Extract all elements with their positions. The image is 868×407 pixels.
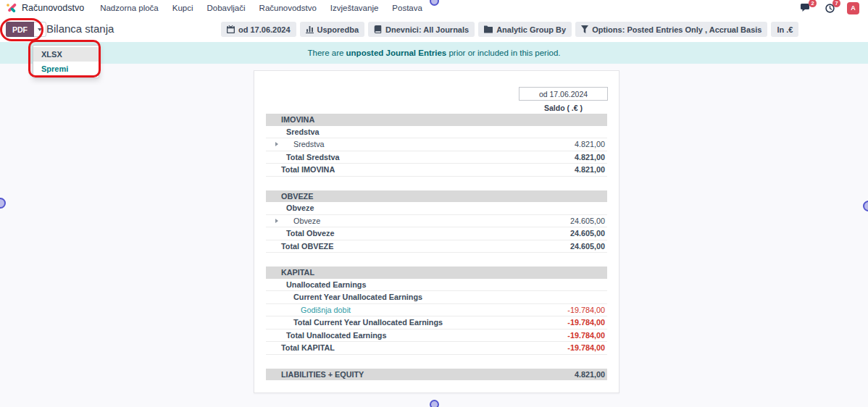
report-row: LIABILITIES + EQUITY4.821,00 <box>266 369 607 381</box>
report-row-label: Total Current Year Unallocated Earnings <box>266 318 443 327</box>
report-row-value: 24.605,00 <box>570 229 607 238</box>
app-brand[interactable]: Računovodstvo <box>6 3 84 14</box>
expand-caret-icon[interactable] <box>275 142 278 146</box>
report-row: Total Sredstva4.821,00 <box>266 151 607 164</box>
report-row-label: OBVEZE <box>266 192 313 201</box>
pdf-export-button[interactable]: PDF <box>6 22 34 37</box>
export-button-group: PDF <box>6 22 46 37</box>
messages-button[interactable]: 2 <box>799 2 812 14</box>
report-row: Obveze <box>266 202 607 215</box>
nav-item-3[interactable]: Dobavljači <box>207 4 246 12</box>
toolbar-button-label: Usporedba <box>317 25 359 34</box>
report-row: Total OBVEZE24.605,00 <box>266 240 607 253</box>
report-row-value: 24.605,00 <box>570 217 607 225</box>
page-title: Bilanca stanja <box>46 22 114 35</box>
unposted-entries-banner: There are unposted Journal Entries prior… <box>0 41 868 64</box>
report-row: Sredstva <box>266 126 607 139</box>
user-avatar[interactable]: A <box>847 2 859 14</box>
toolbar-button-label: In .€ <box>777 25 793 34</box>
report-column-header: Saldo ( .€ ) <box>519 104 608 112</box>
report-row-label: KAPITAL <box>266 268 314 277</box>
report-row: Total IMOVINA4.821,00 <box>266 164 607 177</box>
report-row-value: 4.821,00 <box>575 165 607 174</box>
report-row-value: -19.784,00 <box>567 318 607 327</box>
report-row-label: Total Sredstva <box>266 153 340 161</box>
content-area: od 17.06.2024 Saldo ( .€ ) IMOVINASredst… <box>0 64 868 407</box>
banner-text-suffix: prior or included in this period. <box>446 49 560 57</box>
pdf-dropdown-toggle[interactable] <box>34 22 46 37</box>
report-row: OBVEZE <box>266 190 607 203</box>
report-card: od 17.06.2024 Saldo ( .€ ) IMOVINASredst… <box>254 70 619 393</box>
report-row-label: LIABILITIES + EQUITY <box>266 370 364 379</box>
report-row: Total Unallocated Earnings-19.784,00 <box>266 330 607 343</box>
report-row[interactable]: Sredstva4.821,00 <box>266 138 607 151</box>
report-row: KAPITAL <box>266 267 607 279</box>
toolbar-button-label: Options: Posted Entries Only , Accrual B… <box>592 25 761 34</box>
report-row-label: Total KAPITAL <box>266 343 335 352</box>
toolbar-button-2[interactable]: Usporedba <box>300 22 364 37</box>
report-row-label: Total Obveze <box>266 229 334 238</box>
report-row: IMOVINA <box>266 114 607 126</box>
report-row: Total Obveze24.605,00 <box>266 227 607 240</box>
toolbar-button-label: Dnevnici: All Journals <box>385 25 469 34</box>
report-row-spacer <box>266 253 607 267</box>
report-table: IMOVINASredstvaSredstva4.821,00Total Sre… <box>266 114 607 380</box>
expand-caret-icon[interactable] <box>275 219 278 223</box>
report-row[interactable]: Obveze24.605,00 <box>266 215 607 228</box>
bar-chart-icon <box>306 25 314 33</box>
report-row: Unallocated Earnings <box>266 279 607 292</box>
report-row-label: Total Unallocated Earnings <box>266 331 386 340</box>
report-row[interactable]: Godišnja dobit-19.784,00 <box>266 304 607 317</box>
report-row-value: 24.605,00 <box>570 242 607 251</box>
nav-item-6[interactable]: Postava <box>392 4 422 12</box>
app-name[interactable]: Računovodstvo <box>22 3 84 13</box>
report-row: Current Year Unallocated Earnings <box>266 291 607 304</box>
toolbar-button-5[interactable]: Options: Posted Entries Only , Accrual B… <box>575 22 767 37</box>
report-row-label: IMOVINA <box>266 115 314 124</box>
report-row-label: Obveze <box>266 217 320 225</box>
dropdown-item-xlsx[interactable]: XLSX <box>33 47 99 62</box>
report-row-value: 4.821,00 <box>575 140 607 148</box>
book-icon <box>374 25 382 33</box>
report-row: Total Current Year Unallocated Earnings-… <box>266 316 607 330</box>
toolbar-button-6[interactable]: In .€ <box>771 22 798 37</box>
report-row-value: -19.784,00 <box>567 306 607 314</box>
folder-icon <box>484 25 493 33</box>
report-row-label: Current Year Unallocated Earnings <box>266 293 422 301</box>
report-row-spacer <box>266 355 607 369</box>
banner-text-prefix: There are <box>308 49 346 57</box>
chevron-down-icon <box>38 28 42 31</box>
report-row-spacer <box>266 177 607 190</box>
report-row-label: Unallocated Earnings <box>266 280 366 289</box>
report-row-value: 4.821,00 <box>575 370 607 379</box>
export-dropdown-menu: XLSXSpremi <box>33 45 99 78</box>
report-row-value: 4.821,00 <box>575 153 607 161</box>
activities-button[interactable]: 7 <box>823 2 836 14</box>
dropdown-item-spremi[interactable]: Spremi <box>33 62 99 76</box>
toolbar-button-4[interactable]: Analytic Group By <box>478 22 572 37</box>
page: Računovodstvo Nadzorna pločaKupciDobavlj… <box>0 0 868 407</box>
nav-item-2[interactable]: Kupci <box>172 4 193 12</box>
messages-badge: 2 <box>809 0 817 7</box>
toolbar-button-label: Analytic Group By <box>496 25 566 34</box>
toolbar-button-label: od 17.06.2024 <box>238 25 291 34</box>
toolbar-button-1[interactable]: od 17.06.2024 <box>221 22 296 37</box>
toolbar-button-3[interactable]: Dnevnici: All Journals <box>368 22 475 37</box>
activities-badge: 7 <box>832 0 840 7</box>
nav-item-1[interactable]: Nadzorna ploča <box>100 4 159 12</box>
report-row-label: Obveze <box>266 204 314 212</box>
report-row-label: Total IMOVINA <box>266 165 335 174</box>
toolbar: od 17.06.2024UsporedbaDnevnici: All Jour… <box>221 22 798 37</box>
report-date-header: od 17.06.2024 <box>519 87 608 101</box>
app-logo-icon <box>6 3 17 14</box>
nav-item-4[interactable]: Računovodstvo <box>259 4 317 12</box>
calendar-icon <box>227 25 235 33</box>
filter-icon <box>581 25 588 33</box>
nav-menu: Nadzorna pločaKupciDobavljačiRačunovodst… <box>100 4 422 12</box>
report-row-label[interactable]: Godišnja dobit <box>266 306 351 314</box>
report-row-value: -19.784,00 <box>567 331 607 340</box>
report-row-label: Sredstva <box>266 127 320 136</box>
report-row-label: Total OBVEZE <box>266 242 333 251</box>
nav-item-5[interactable]: Izvještavanje <box>330 4 378 12</box>
banner-text-bold: unposted Journal Entries <box>346 49 447 57</box>
